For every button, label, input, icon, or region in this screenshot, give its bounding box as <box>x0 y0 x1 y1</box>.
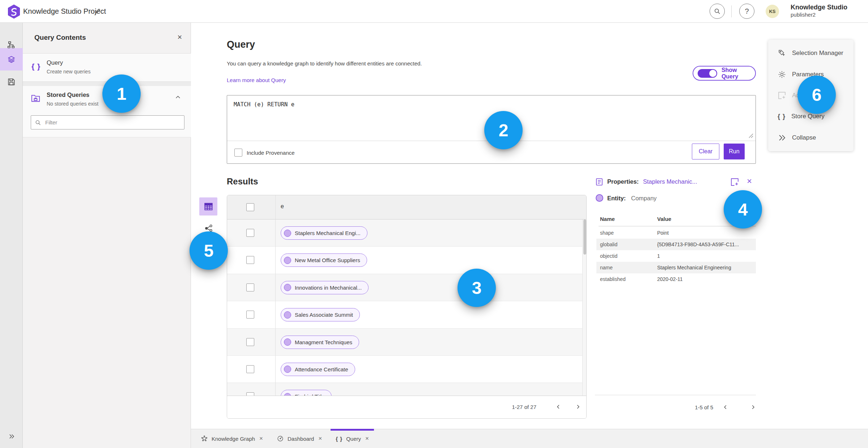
resize-handle-icon[interactable] <box>749 133 753 138</box>
row-checkbox[interactable] <box>246 338 254 346</box>
row-checkbox[interactable] <box>246 229 254 237</box>
properties-entity-link[interactable]: Staplers Mechanic... <box>643 178 697 185</box>
entity-node-icon <box>284 366 291 373</box>
clear-button[interactable]: Clear <box>692 144 719 159</box>
layers-icon <box>7 55 16 64</box>
entity-pill-label: Managment Techniques <box>295 339 352 345</box>
row-checkbox[interactable] <box>246 283 254 291</box>
menu-item-label: Selection Manager <box>792 50 843 57</box>
results-prev-page-button[interactable] <box>553 401 564 412</box>
menu-item-selection-manager[interactable]: Selection Manager <box>768 43 854 63</box>
properties-pagination-label: 1-5 of 5 <box>686 404 713 410</box>
row-checkbox[interactable] <box>246 365 254 373</box>
learn-more-link[interactable]: Learn more about Query <box>227 77 286 83</box>
table-view-button[interactable] <box>199 197 217 216</box>
filter-input[interactable] <box>45 119 180 125</box>
project-title: Knowledge Studio Project <box>23 0 106 23</box>
property-row: globalid{5D9B4713-F98D-4A53-A59F-C11... <box>596 239 756 250</box>
app-window: Knowledge Studio Project ? KS Knowledge … <box>0 0 868 448</box>
tab-dashboard[interactable]: Dashboard× <box>272 429 327 448</box>
user-role: publisher2 <box>791 12 816 18</box>
chevron-right-icon <box>750 405 756 410</box>
entity-pill[interactable]: Firebird Title <box>281 390 332 396</box>
prop-rows: shapePointglobalid{5D9B4713-F98D-4A53-A5… <box>596 227 756 285</box>
search-icon <box>35 119 41 126</box>
bottom-tab-bar: Knowledge Graph×Dashboard×{ }Query× <box>191 429 868 448</box>
property-row: objectid1 <box>596 250 756 262</box>
chevron-left-icon <box>723 405 728 410</box>
scrollbar-thumb[interactable] <box>583 219 586 255</box>
link-chart-icon <box>204 223 213 232</box>
save-button[interactable] <box>0 71 23 93</box>
table-row: New Metal Office Suppliers <box>227 247 582 274</box>
save-icon <box>7 78 16 86</box>
show-query-toggle[interactable]: Show Query <box>693 66 756 81</box>
results-next-page-button[interactable] <box>573 401 583 412</box>
top-header: Knowledge Studio Project ? KS Knowledge … <box>0 0 868 23</box>
provenance-checkbox[interactable] <box>234 149 242 157</box>
tab-knowledge-graph[interactable]: Knowledge Graph× <box>196 429 268 448</box>
tab-close-icon[interactable]: × <box>365 435 369 442</box>
entity-node-icon <box>284 393 291 396</box>
add-to-map-icon <box>778 91 786 100</box>
property-value: 1 <box>657 253 754 259</box>
select-all-checkbox[interactable] <box>246 203 254 211</box>
entity-pill[interactable]: Innovations in Mechanical... <box>281 281 369 294</box>
entity-node-icon <box>284 284 291 291</box>
question-icon: ? <box>745 7 749 16</box>
property-value: Point <box>657 230 754 236</box>
tab-label: Query <box>346 436 361 442</box>
layers-button[interactable] <box>0 48 23 71</box>
properties-label: Properties: <box>607 178 639 185</box>
double-chevron-right-icon <box>8 433 15 440</box>
query-description: You can query a knowledge graph to ident… <box>227 60 422 67</box>
properties-next-page-button[interactable] <box>748 402 758 413</box>
entity-pill[interactable]: New Metal Office Suppliers <box>281 253 367 267</box>
entity-pill-label: Attendance Certificate <box>295 366 348 372</box>
annotation-circle-3: 3 <box>458 269 496 307</box>
collapse-icon <box>778 133 786 142</box>
toggle-track <box>698 69 717 78</box>
query-item-subtitle: Create new queries <box>47 69 90 74</box>
tab-close-icon[interactable]: × <box>259 435 263 442</box>
row-checkbox[interactable] <box>246 256 254 264</box>
properties-prev-page-button[interactable] <box>720 402 731 413</box>
add-to-map-icon[interactable] <box>730 178 739 187</box>
entity-pill[interactable]: Attendance Certificate <box>281 363 355 376</box>
entity-label: Entity: <box>607 195 626 202</box>
stored-queries-subtitle: No stored queries exist <box>47 101 98 107</box>
run-button[interactable]: Run <box>724 144 745 159</box>
property-value: 2020-02-11 <box>657 276 754 282</box>
include-provenance-option[interactable]: Include Provenance <box>234 145 295 161</box>
entity-pill[interactable]: Staplers Mechanical Engi... <box>281 226 367 240</box>
sidebar-item-query[interactable]: { } Query Create new queries <box>23 54 191 82</box>
entity-pill[interactable]: Sales Associate Summit <box>281 308 360 321</box>
show-query-label: Show Query <box>722 67 755 80</box>
properties-close-icon[interactable]: × <box>745 177 753 185</box>
chevron-up-icon[interactable] <box>175 94 181 101</box>
tab-query[interactable]: { }Query× <box>331 429 374 448</box>
user-avatar[interactable]: KS <box>766 5 779 18</box>
braces-icon: { } <box>778 113 786 120</box>
results-scrollbar[interactable] <box>582 219 587 396</box>
entity-pill-label: Sales Associate Summit <box>295 312 353 318</box>
dashboard-icon <box>277 435 284 442</box>
parameters-icon <box>778 70 786 79</box>
braces-icon: { } <box>31 62 41 71</box>
panel-close-icon[interactable]: × <box>176 34 183 41</box>
tab-close-icon[interactable]: × <box>318 435 322 442</box>
results-heading: Results <box>227 176 258 187</box>
row-checkbox[interactable] <box>246 311 254 319</box>
annotation-circle-4: 4 <box>724 190 762 229</box>
toggle-knob <box>709 70 716 77</box>
expand-rail-button[interactable] <box>0 425 23 448</box>
search-button[interactable] <box>710 4 725 19</box>
tab-label: Dashboard <box>288 436 314 442</box>
row-checkbox[interactable] <box>246 392 254 396</box>
edit-title-icon[interactable] <box>94 8 101 15</box>
query-item-title: Query <box>47 59 63 66</box>
entity-pill[interactable]: Managment Techniques <box>281 336 359 349</box>
column-header-e: e <box>281 203 284 210</box>
help-button[interactable]: ? <box>739 4 754 19</box>
menu-item-collapse[interactable]: Collapse <box>768 128 854 148</box>
